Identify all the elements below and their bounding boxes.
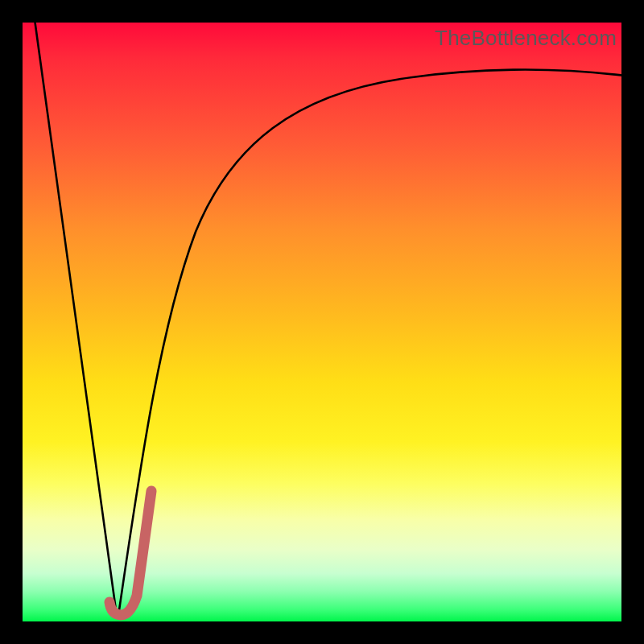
j-hook-overlay	[109, 491, 151, 615]
outer-frame: TheBottleneck.com	[0, 0, 644, 644]
right-saturating-curve	[119, 70, 625, 610]
plot-area: TheBottleneck.com	[23, 23, 621, 621]
left-descent-line	[35, 19, 116, 610]
curve-layer	[23, 23, 621, 621]
